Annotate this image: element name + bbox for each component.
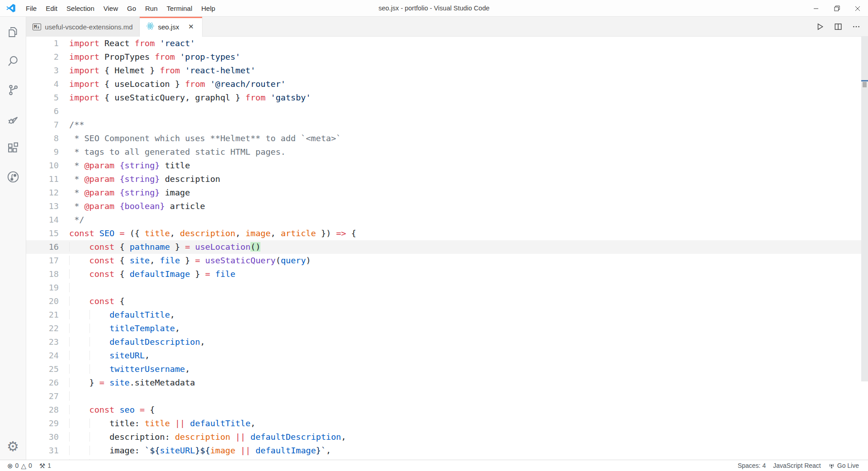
close-window-button[interactable] bbox=[847, 0, 868, 17]
line-number: 14 bbox=[37, 213, 59, 227]
problems-indicator[interactable]: ⊗ 0 △ 0 bbox=[4, 462, 36, 469]
scrollbar-thumb[interactable] bbox=[861, 37, 868, 381]
code-line-29[interactable]: 29 title: title || defaultTitle, bbox=[26, 417, 868, 430]
line-number: 25 bbox=[37, 362, 59, 376]
editor-scrollbar[interactable] bbox=[861, 37, 868, 460]
line-number: 28 bbox=[37, 403, 59, 417]
menu-view[interactable]: View bbox=[99, 0, 123, 17]
menu-selection[interactable]: Selection bbox=[62, 0, 99, 17]
line-content: siteURL, bbox=[69, 349, 150, 362]
run-and-debug-icon[interactable] bbox=[0, 105, 26, 133]
menu-help[interactable]: Help bbox=[197, 0, 220, 17]
code-line-5[interactable]: 5import { useStaticQuery, graphql } from… bbox=[26, 91, 868, 105]
code-line-23[interactable]: 23 defaultDescription, bbox=[26, 335, 868, 349]
broadcast-icon bbox=[828, 462, 835, 469]
code-line-8[interactable]: 8 * SEO Component which uses **Helmet** … bbox=[26, 132, 868, 145]
warnings-icon: △ bbox=[21, 462, 26, 469]
code-line-9[interactable]: 9 * tags to all generated static HTML pa… bbox=[26, 145, 868, 159]
menu-terminal[interactable]: Terminal bbox=[162, 0, 197, 17]
git-graph-icon[interactable] bbox=[0, 163, 26, 190]
tools-icon: ⚒ bbox=[39, 462, 45, 469]
line-content: import { useLocation } from '@reach/rout… bbox=[69, 77, 286, 91]
extensions-icon[interactable] bbox=[0, 134, 26, 162]
line-number: 21 bbox=[37, 308, 59, 322]
split-editor-icon[interactable] bbox=[831, 19, 845, 34]
code-line-22[interactable]: 22 titleTemplate, bbox=[26, 322, 868, 335]
code-line-16[interactable]: 16 const { pathname } = useLocation() bbox=[26, 240, 868, 254]
line-number: 20 bbox=[37, 295, 59, 308]
code-line-1[interactable]: 1import React from 'react' bbox=[26, 37, 868, 50]
line-number: 7 bbox=[37, 118, 59, 132]
code-line-25[interactable]: 25 twitterUsername, bbox=[26, 362, 868, 376]
line-content: * SEO Component which uses **Helmet** to… bbox=[69, 132, 341, 145]
menu-go[interactable]: Go bbox=[123, 0, 141, 17]
indentation-indicator[interactable]: Spaces: 4 bbox=[734, 462, 769, 469]
tab-label: useful-vscode-extensions.md bbox=[45, 23, 132, 31]
code-line-28[interactable]: 28 const seo = { bbox=[26, 403, 868, 417]
menu-file[interactable]: File bbox=[21, 0, 41, 17]
line-content: * @param {string} title bbox=[69, 159, 190, 172]
line-content: title: title || defaultTitle, bbox=[69, 417, 255, 430]
line-number: 12 bbox=[37, 186, 59, 200]
minimize-button[interactable] bbox=[806, 0, 826, 17]
editor-actions bbox=[813, 17, 863, 37]
errors-icon: ⊗ bbox=[7, 462, 13, 469]
code-line-24[interactable]: 24 siteURL, bbox=[26, 349, 868, 362]
code-editor[interactable]: 1import React from 'react'2import PropTy… bbox=[26, 37, 868, 460]
line-content bbox=[69, 390, 90, 403]
code-line-12[interactable]: 12 * @param {string} image bbox=[26, 186, 868, 200]
code-line-11[interactable]: 11 * @param {string} description bbox=[26, 172, 868, 186]
warnings-count: 0 bbox=[28, 462, 32, 469]
line-number: 17 bbox=[37, 254, 59, 267]
code-line-6[interactable]: 6 bbox=[26, 105, 868, 118]
code-line-20[interactable]: 20 const { bbox=[26, 295, 868, 308]
code-line-31[interactable]: 31 image: `${siteURL}${image || defaultI… bbox=[26, 444, 868, 457]
tools-indicator[interactable]: ⚒ 1 bbox=[36, 462, 55, 469]
tab-seo-jsx[interactable]: seo.jsx✕ bbox=[140, 17, 203, 37]
code-line-7[interactable]: 7/** bbox=[26, 118, 868, 132]
line-content: */ bbox=[69, 213, 84, 227]
line-content: import { Helmet } from 'react-helmet' bbox=[69, 64, 255, 77]
line-number: 10 bbox=[37, 159, 59, 172]
restore-button[interactable] bbox=[826, 0, 847, 17]
settings-gear-icon[interactable]: ⚙ bbox=[7, 440, 19, 453]
code-line-21[interactable]: 21 defaultTitle, bbox=[26, 308, 868, 322]
tab-label: seo.jsx bbox=[158, 23, 179, 31]
close-tab-icon[interactable]: ✕ bbox=[186, 22, 196, 31]
code-line-26[interactable]: 26 } = site.siteMetadata bbox=[26, 376, 868, 390]
line-number: 23 bbox=[37, 335, 59, 349]
more-actions-icon[interactable] bbox=[849, 19, 863, 34]
go-live-button[interactable]: Go Live bbox=[825, 462, 863, 469]
language-mode-indicator[interactable]: JavaScript React bbox=[769, 462, 825, 469]
line-content: import React from 'react' bbox=[69, 37, 195, 50]
status-bar-left: ⊗ 0 △ 0 ⚒ 1 bbox=[4, 462, 55, 469]
code-line-3[interactable]: 3import { Helmet } from 'react-helmet' bbox=[26, 64, 868, 77]
line-content: twitterUsername, bbox=[69, 362, 190, 376]
explorer-icon[interactable] bbox=[0, 19, 26, 46]
line-number: 31 bbox=[37, 444, 59, 457]
code-line-4[interactable]: 4import { useLocation } from '@reach/rou… bbox=[26, 77, 868, 91]
menu-edit[interactable]: Edit bbox=[41, 0, 62, 17]
tab-useful-vscode-extensions-md[interactable]: M↓useful-vscode-extensions.md bbox=[26, 17, 140, 37]
code-line-2[interactable]: 2import PropTypes from 'prop-types' bbox=[26, 50, 868, 64]
menu-run[interactable]: Run bbox=[141, 0, 162, 17]
line-content: const seo = { bbox=[69, 403, 155, 417]
code-line-19[interactable]: 19 bbox=[26, 281, 868, 295]
code-line-10[interactable]: 10 * @param {string} title bbox=[26, 159, 868, 172]
code-line-14[interactable]: 14 */ bbox=[26, 213, 868, 227]
code-line-18[interactable]: 18 const { defaultImage } = file bbox=[26, 267, 868, 281]
status-bar-right: Spaces: 4 JavaScript React Go Live bbox=[734, 462, 863, 469]
code-line-15[interactable]: 15const SEO = ({ title, description, ima… bbox=[26, 227, 868, 240]
code-line-27[interactable]: 27 bbox=[26, 390, 868, 403]
code-line-17[interactable]: 17 const { site, file } = useStaticQuery… bbox=[26, 254, 868, 267]
line-content: /** bbox=[69, 118, 84, 132]
code-line-13[interactable]: 13 * @param {boolean} article bbox=[26, 200, 868, 213]
source-control-icon[interactable] bbox=[0, 76, 26, 104]
search-icon[interactable] bbox=[0, 48, 26, 75]
run-file-icon[interactable] bbox=[813, 19, 827, 34]
line-content: defaultDescription, bbox=[69, 335, 205, 349]
window-controls bbox=[806, 0, 868, 17]
code-lines: 1import React from 'react'2import PropTy… bbox=[26, 37, 868, 460]
line-number: 5 bbox=[37, 91, 59, 105]
code-line-30[interactable]: 30 description: description || defaultDe… bbox=[26, 430, 868, 444]
